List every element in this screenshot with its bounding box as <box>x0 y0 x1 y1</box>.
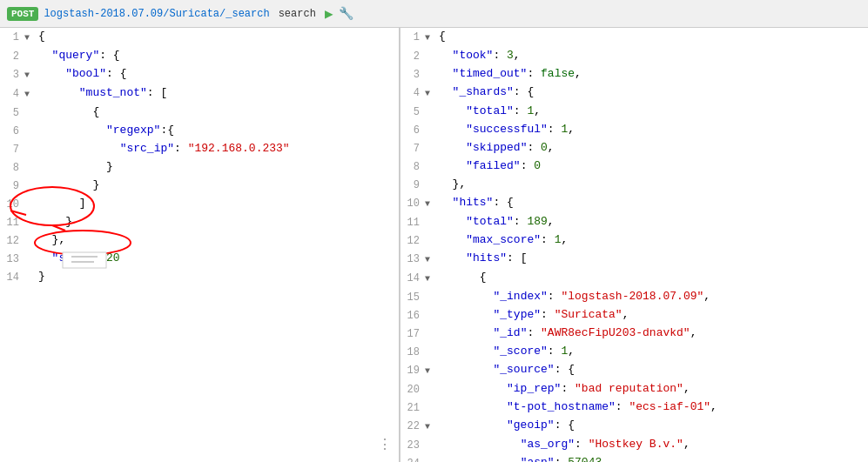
line-number: 13 <box>0 250 24 268</box>
code-content: }, <box>437 176 868 193</box>
code-line: 1▼{ <box>400 28 868 47</box>
line-number: 14 <box>0 268 24 286</box>
code-line: 13▼ "hits": [ <box>400 250 868 269</box>
fold-arrow <box>425 139 437 141</box>
code-content: "as_org": "Hostkey B.v.", <box>437 436 868 453</box>
code-content: "must_not": [ <box>37 84 399 102</box>
code-line: 6 "regexp":{ <box>0 122 399 140</box>
code-content: "took": 3, <box>437 47 868 64</box>
line-number: 11 <box>400 213 425 231</box>
code-line: 11 "total": 189, <box>400 213 868 231</box>
line-number: 2 <box>0 47 24 65</box>
fold-arrow[interactable]: ▼ <box>425 194 437 213</box>
code-line: 18 "_score": 1, <box>400 343 868 361</box>
fold-arrow[interactable]: ▼ <box>24 65 37 84</box>
fold-arrow[interactable]: ▼ <box>24 28 37 47</box>
left-panel: 1▼{2 "query": {3▼ "bool": {4▼ "must_not"… <box>0 28 400 462</box>
code-content: } <box>37 158 399 176</box>
code-line: 11 } <box>0 213 399 231</box>
right-panel: 1▼{2 "took": 3,3 "timed_out": false,4▼ "… <box>400 28 868 462</box>
line-number: 24 <box>400 454 425 462</box>
fold-arrow <box>425 231 437 233</box>
fold-arrow <box>24 268 37 270</box>
code-content: "total": 189, <box>437 213 868 231</box>
code-content: ] <box>37 195 399 212</box>
code-content: "bool": { <box>37 65 399 83</box>
fold-arrow <box>24 195 37 197</box>
code-line: 22▼ "geoip": { <box>400 417 868 436</box>
line-number: 10 <box>0 195 24 213</box>
code-content: } <box>37 177 399 194</box>
code-line: 14▼ { <box>400 269 868 288</box>
line-number: 6 <box>400 121 425 139</box>
code-line: 23 "as_org": "Hostkey B.v.", <box>400 436 868 454</box>
code-content: "t-pot_hostname": "ecs-iaf-01", <box>437 398 868 416</box>
code-line: 12 "max_score": 1, <box>400 231 868 250</box>
fold-arrow[interactable]: ▼ <box>425 84 437 103</box>
code-content: "hits": [ <box>437 250 868 267</box>
code-content: "regexp":{ <box>37 122 399 139</box>
fold-arrow <box>24 140 37 142</box>
line-number: 23 <box>400 436 425 454</box>
fold-arrow <box>24 177 37 178</box>
line-number: 10 <box>400 194 425 212</box>
line-number: 3 <box>400 65 425 84</box>
search-label: search <box>279 8 316 20</box>
fold-arrow <box>425 454 437 456</box>
line-number: 9 <box>0 177 24 195</box>
code-content: { <box>37 104 399 121</box>
code-line: 8 } <box>0 158 399 177</box>
fold-arrow[interactable]: ▼ <box>425 28 437 47</box>
fold-arrow <box>24 122 37 124</box>
code-content: "size": 20 <box>37 250 399 267</box>
play-button[interactable]: ▶ <box>325 5 333 23</box>
code-line: 20 "ip_rep": "bad reputation", <box>400 380 868 398</box>
fold-arrow <box>24 47 37 49</box>
code-line: 8 "failed": 0 <box>400 157 868 176</box>
code-content: "hits": { <box>437 194 868 211</box>
code-line: 2 "query": { <box>0 47 399 65</box>
code-line: 24 "asn": 57043, <box>400 454 868 462</box>
fold-arrow[interactable]: ▼ <box>425 417 437 436</box>
code-line: 21 "t-pot_hostname": "ecs-iaf-01", <box>400 398 868 417</box>
code-content: } <box>37 268 399 285</box>
fold-arrow <box>425 398 437 400</box>
line-number: 5 <box>0 104 24 122</box>
fold-arrow <box>425 65 437 67</box>
code-line: 5 "total": 1, <box>400 103 868 121</box>
code-line: 17 "_id": "AWR8ecFipU203-dnavkd", <box>400 325 868 343</box>
line-number: 14 <box>400 269 425 287</box>
code-line: 4▼ "must_not": [ <box>0 84 399 104</box>
fold-arrow <box>425 288 437 290</box>
code-line: 5 { <box>0 104 399 122</box>
fold-arrow[interactable]: ▼ <box>24 84 37 104</box>
fold-arrow <box>425 343 437 345</box>
code-line: 3 "timed_out": false, <box>400 65 868 84</box>
code-content: "successful": 1, <box>437 121 868 138</box>
fold-arrow <box>425 157 437 159</box>
line-number: 8 <box>0 158 24 177</box>
fold-arrow[interactable]: ▼ <box>425 361 437 380</box>
line-number: 16 <box>400 306 425 325</box>
code-line: 14 } <box>0 268 399 286</box>
settings-icon[interactable]: 🔧 <box>339 6 353 21</box>
dots-indicator: ⋮ <box>378 436 392 453</box>
right-code-block: 1▼{2 "took": 3,3 "timed_out": false,4▼ "… <box>400 28 868 462</box>
fold-arrow[interactable]: ▼ <box>425 250 437 269</box>
code-content: "skipped": 0, <box>437 139 868 157</box>
line-number: 12 <box>400 231 425 250</box>
code-content: "_shards": { <box>437 84 868 101</box>
fold-arrow <box>24 213 37 215</box>
fold-arrow <box>425 121 437 123</box>
line-number: 1 <box>0 28 24 46</box>
fold-arrow[interactable]: ▼ <box>425 269 437 288</box>
line-number: 21 <box>400 398 425 417</box>
fold-arrow <box>425 325 437 326</box>
fold-arrow <box>425 436 437 438</box>
line-number: 4 <box>0 84 24 103</box>
code-line: 7 "src_ip": "192.168.0.233" <box>0 140 399 158</box>
code-content: { <box>37 28 399 45</box>
line-number: 7 <box>0 140 24 158</box>
url-text: logstash-2018.07.09/Suricata/_search <box>44 8 269 20</box>
code-line: 12 }, <box>0 231 399 250</box>
